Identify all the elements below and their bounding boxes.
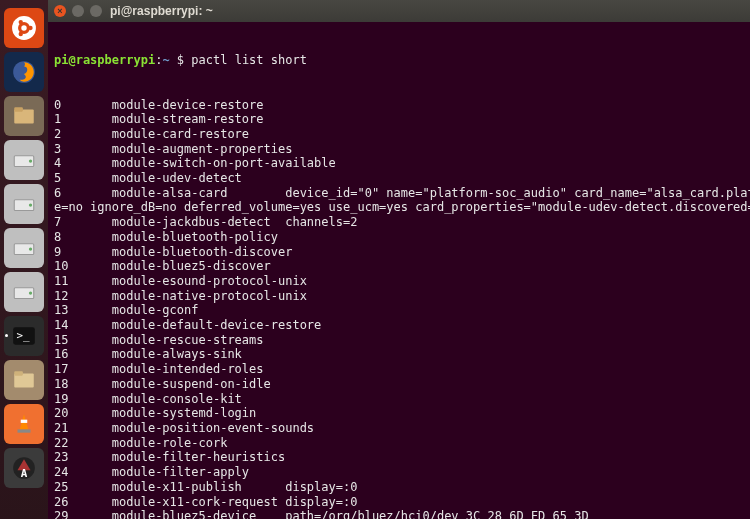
output-line: 17 module-intended-roles	[54, 362, 744, 377]
output-line: 18 module-suspend-on-idle	[54, 377, 744, 392]
svg-text:A: A	[21, 467, 28, 480]
output-line: 4 module-switch-on-port-available	[54, 156, 744, 171]
prompt-line-1: pi@raspberrypi:~ $ pactl list short	[54, 53, 744, 68]
output-line: 23 module-filter-heuristics	[54, 450, 744, 465]
output-line: 14 module-default-device-restore	[54, 318, 744, 333]
output-line: 0 module-device-restore	[54, 98, 744, 113]
drive-3[interactable]	[4, 228, 44, 268]
svg-rect-21	[18, 429, 31, 432]
files-icon[interactable]	[4, 96, 44, 136]
unity-launcher: >_A	[0, 0, 48, 519]
output-line: 2 module-card-restore	[54, 127, 744, 142]
updates-icon[interactable]: A	[4, 448, 44, 488]
output-line: 8 module-bluetooth-policy	[54, 230, 744, 245]
output-line: 3 module-augment-properties	[54, 142, 744, 157]
ubuntu-logo[interactable]	[4, 8, 44, 48]
output-line: 25 module-x11-publish display=:0	[54, 480, 744, 495]
prompt-user-host: pi@raspberrypi	[54, 53, 155, 67]
svg-point-11	[29, 203, 32, 206]
svg-point-15	[29, 291, 32, 294]
drive-4[interactable]	[4, 272, 44, 312]
svg-rect-7	[14, 107, 23, 111]
svg-point-4	[19, 32, 23, 36]
files-2[interactable]	[4, 360, 44, 400]
maximize-button[interactable]	[90, 5, 102, 17]
drive-1[interactable]	[4, 140, 44, 180]
output-line: 20 module-systemd-login	[54, 406, 744, 421]
output-line: 24 module-filter-apply	[54, 465, 744, 480]
prompt-path: ~	[162, 53, 169, 67]
output-line: 7 module-jackdbus-detect channels=2	[54, 215, 744, 230]
window-title: pi@raspberrypi: ~	[110, 4, 213, 18]
svg-point-13	[29, 247, 32, 250]
window-titlebar[interactable]: × pi@raspberrypi: ~	[48, 0, 750, 22]
svg-text:>_: >_	[16, 329, 30, 342]
output-line: 12 module-native-protocol-unix	[54, 289, 744, 304]
output-line: 26 module-x11-cork-request display=:0	[54, 495, 744, 510]
output-line: 22 module-role-cork	[54, 436, 744, 451]
minimize-button[interactable]	[72, 5, 84, 17]
output-line: 19 module-console-kit	[54, 392, 744, 407]
output-line: e=no ignore_dB=no deferred_volume=yes us…	[54, 200, 744, 215]
output-line: 16 module-always-sink	[54, 347, 744, 362]
svg-point-9	[29, 159, 32, 162]
output-line: 13 module-gconf	[54, 303, 744, 318]
svg-point-3	[19, 20, 23, 24]
output-line: 1 module-stream-restore	[54, 112, 744, 127]
vlc-icon[interactable]	[4, 404, 44, 444]
output-line: 10 module-bluez5-discover	[54, 259, 744, 274]
output-line: 6 module-alsa-card device_id="0" name="p…	[54, 186, 744, 201]
firefox[interactable]	[4, 52, 44, 92]
output-line: 11 module-esound-protocol-unix	[54, 274, 744, 289]
terminal-icon[interactable]: >_	[4, 316, 44, 356]
window-controls: ×	[54, 5, 102, 17]
close-button[interactable]: ×	[54, 5, 66, 17]
svg-rect-20	[21, 420, 28, 423]
drive-2[interactable]	[4, 184, 44, 224]
svg-rect-19	[14, 371, 23, 375]
output-line: 15 module-rescue-streams	[54, 333, 744, 348]
command-text: pactl list short	[191, 53, 307, 67]
output-line: 21 module-position-event-sounds	[54, 421, 744, 436]
terminal-window: × pi@raspberrypi: ~ pi@raspberrypi:~ $ p…	[48, 0, 750, 519]
terminal-body[interactable]: pi@raspberrypi:~ $ pactl list short 0 mo…	[48, 22, 750, 519]
output-line: 9 module-bluetooth-discover	[54, 245, 744, 260]
svg-point-2	[28, 26, 32, 30]
output-line: 29 module-bluez5-device path=/org/bluez/…	[54, 509, 744, 519]
output-line: 5 module-udev-detect	[54, 171, 744, 186]
